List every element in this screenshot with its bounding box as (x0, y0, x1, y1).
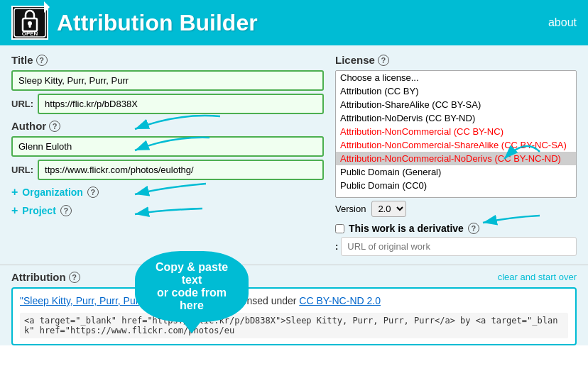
license-option-pd-general[interactable]: Public Domain (General) (336, 165, 576, 179)
derivative-url-input[interactable] (341, 237, 577, 256)
license-option-cc-by-nc-sa[interactable]: Attribution-NonCommercial-ShareAlike (CC… (336, 138, 576, 152)
project-label: Project (22, 205, 55, 216)
license-label: License (335, 54, 375, 66)
author-help-icon[interactable]: ? (49, 121, 60, 132)
svg-text:OPEN: OPEN (22, 30, 38, 37)
license-option-cc-by-nc-nd[interactable]: Attribution-NonCommercial-NoDerivs (CC B… (336, 152, 576, 165)
organization-plus-icon: + (11, 186, 18, 199)
attribution-title-link[interactable]: "Sleep Kitty, Purr, Purr, Purr" (20, 295, 146, 306)
organization-toggle[interactable]: + Organization ? (11, 186, 324, 199)
author-url-input[interactable] (38, 160, 324, 180)
author-url-label: URL: (11, 165, 33, 175)
title-input[interactable] (11, 70, 324, 91)
license-option-cc-by-nd[interactable]: Attribution-NoDervis (CC BY-ND) (336, 111, 576, 125)
project-plus-icon: + (11, 204, 18, 217)
organization-help-icon[interactable]: ? (87, 187, 99, 198)
tooltip-bubble: Copy & paste text or code from here (135, 251, 249, 322)
license-option-choose[interactable]: Choose a license... (336, 71, 576, 84)
derivative-checkbox[interactable] (335, 224, 344, 233)
attribution-help-icon[interactable]: ? (69, 272, 80, 283)
title-label: Title (11, 54, 33, 66)
attribution-code[interactable]: <a target="_blank" href="https://flic.kr… (20, 313, 568, 338)
license-option-cc-by-sa[interactable]: Attribution-ShareAlike (CC BY-SA) (336, 98, 576, 111)
derivative-url-label: : (335, 241, 338, 252)
attribution-license-link[interactable]: CC BY-NC-ND 2.0 (299, 295, 381, 306)
svg-rect-3 (29, 24, 31, 28)
title-help-icon[interactable]: ? (36, 55, 48, 66)
title-url-label: URL: (11, 99, 33, 109)
attribution-text: "Sleep Kitty, Purr, Purr, Purr" by Glenn… (20, 294, 568, 309)
open-logo: OPEN (11, 6, 48, 40)
attribution-section: Attribution ? clear and start over "Slee… (0, 265, 588, 345)
project-help-icon[interactable]: ? (60, 205, 72, 216)
tooltip-text: Copy & paste text or code from here (152, 261, 232, 312)
clear-link[interactable]: clear and start over (498, 272, 577, 282)
about-link[interactable]: about (548, 16, 577, 29)
author-input[interactable] (11, 136, 324, 157)
attribution-box: "Sleep Kitty, Purr, Purr, Purr" by Glenn… (11, 287, 577, 345)
derivative-label: This work is a derivative (349, 223, 464, 234)
license-help-icon[interactable]: ? (378, 55, 389, 66)
title-url-input[interactable] (38, 94, 324, 114)
license-option-cc0[interactable]: Public Domain (CC0) (336, 179, 576, 192)
project-toggle[interactable]: + Project ? (11, 204, 324, 217)
app-title: Attribution Builder (57, 10, 258, 36)
derivative-help-icon[interactable]: ? (468, 223, 479, 234)
license-option-cc-by-nc[interactable]: Attribution-NonCommercial (CC BY-NC) (336, 125, 576, 138)
version-label: Version (335, 204, 366, 214)
version-select[interactable]: 1.0 2.0 3.0 4.0 (371, 201, 406, 217)
license-listbox[interactable]: Choose a license... Attribution (CC BY) … (335, 70, 577, 198)
author-label: Author (11, 120, 46, 132)
attribution-label-text: Attribution (11, 271, 66, 283)
organization-label: Organization (22, 187, 83, 198)
license-option-cc-by[interactable]: Attribution (CC BY) (336, 84, 576, 98)
